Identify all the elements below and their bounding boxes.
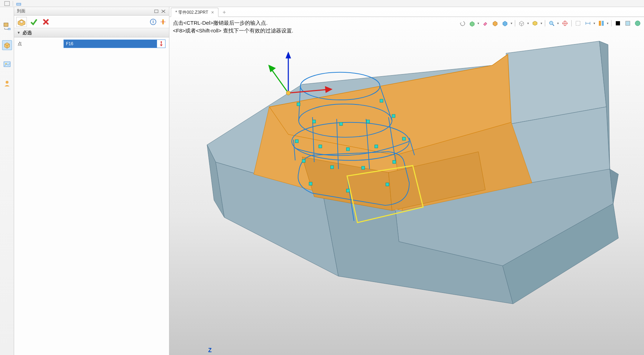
svg-rect-49 — [366, 120, 369, 123]
panel-actions: i — [14, 16, 169, 28]
property-panel: 到面 i ▼ 必选 — [14, 7, 169, 355]
section-header[interactable]: ▼ 必选 — [14, 28, 169, 37]
tab-bar: * 零件002.Z3PRT × + — [169, 7, 644, 17]
svg-marker-64 — [285, 52, 291, 59]
svg-rect-58 — [362, 166, 365, 169]
svg-rect-61 — [347, 189, 350, 192]
svg-rect-57 — [331, 166, 334, 169]
svg-rect-52 — [319, 145, 322, 148]
svg-rect-5 — [8, 28, 10, 30]
svg-rect-60 — [309, 182, 312, 185]
point-pick-button[interactable] — [157, 40, 165, 48]
svg-point-69 — [286, 91, 290, 95]
point-label: 点 — [18, 41, 60, 47]
section-header-label: 必选 — [23, 30, 32, 36]
svg-rect-1 — [17, 3, 21, 5]
point-input-wrap — [64, 40, 165, 48]
sidebar-part-icon[interactable] — [2, 40, 12, 50]
svg-text:i: i — [152, 19, 154, 24]
svg-rect-2 — [4, 23, 8, 26]
panel-title-bar: 到面 — [14, 7, 169, 16]
svg-rect-55 — [402, 137, 405, 140]
svg-rect-53 — [347, 148, 350, 151]
ok-button[interactable] — [29, 17, 39, 26]
document-tab[interactable]: * 零件002.Z3PRT × — [171, 8, 218, 17]
cancel-button[interactable] — [41, 17, 51, 26]
top-toolbar — [0, 0, 644, 7]
svg-rect-50 — [392, 114, 395, 118]
panel-title: 到面 — [17, 8, 25, 14]
sidebar-image-icon[interactable] — [2, 59, 12, 69]
svg-line-65 — [271, 69, 288, 93]
point-row: 点 — [14, 37, 169, 50]
sidebar-user-icon[interactable] — [2, 78, 12, 88]
svg-rect-46 — [380, 99, 383, 102]
svg-rect-54 — [375, 145, 378, 148]
symmetry-button[interactable] — [159, 18, 167, 26]
close-tab-icon[interactable]: × — [211, 10, 214, 15]
viewport[interactable]: * 零件002.Z3PRT × + 点击<CTRL-Del>撤销最后一步的输入点… — [169, 7, 644, 355]
toolbar-icon[interactable] — [4, 1, 11, 6]
svg-rect-62 — [386, 183, 389, 186]
svg-rect-51 — [295, 140, 299, 143]
svg-rect-45 — [297, 103, 300, 106]
tab-label: * 零件002.Z3PRT — [175, 10, 208, 16]
svg-point-18 — [161, 41, 162, 43]
point-input[interactable] — [64, 40, 157, 48]
svg-rect-47 — [313, 120, 316, 123]
model-canvas — [169, 17, 644, 355]
sidebar-tree-icon[interactable] — [2, 21, 12, 31]
svg-rect-9 — [155, 10, 158, 13]
left-sidebar — [0, 7, 14, 355]
panel-close-icon[interactable] — [161, 8, 166, 14]
axis-z-label: Z — [208, 347, 212, 354]
info-button[interactable]: i — [149, 18, 157, 26]
svg-rect-59 — [393, 161, 396, 164]
svg-point-8 — [6, 81, 8, 84]
toolbar-icon[interactable] — [15, 1, 22, 6]
collapse-triangle-icon: ▼ — [17, 31, 20, 35]
feature-icon — [16, 17, 27, 27]
svg-rect-48 — [339, 122, 343, 126]
panel-restore-icon[interactable] — [154, 8, 159, 14]
add-tab-button[interactable]: + — [220, 8, 228, 17]
svg-rect-56 — [302, 160, 305, 163]
svg-rect-0 — [5, 1, 10, 6]
